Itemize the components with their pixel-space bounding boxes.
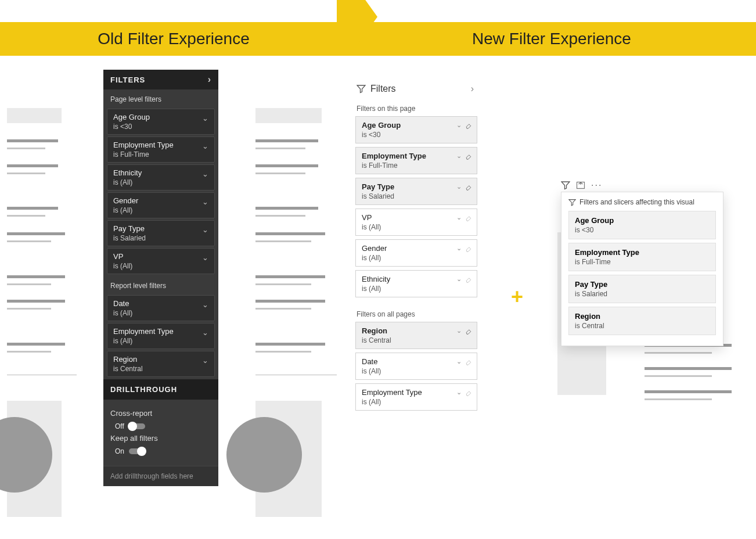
new-filter-card[interactable]: Age Groupis <30⌄: [355, 116, 477, 143]
new-filter-card[interactable]: Regionis Central⌄: [355, 322, 477, 349]
new-filter-card[interactable]: Pay Typeis Salaried⌄: [355, 178, 477, 205]
filter-title: Employment Type: [362, 388, 471, 397]
chevron-down-icon[interactable]: ⌄: [456, 327, 462, 335]
old-filter-card[interactable]: VP is (All) ⌄: [107, 248, 215, 274]
eraser-icon[interactable]: [465, 214, 472, 221]
old-report-filters-label: Report level filters: [103, 276, 218, 293]
old-filter-card[interactable]: Gender is (All) ⌄: [107, 192, 215, 218]
filter-value: is Salaried: [575, 290, 710, 298]
old-filter-card[interactable]: Age Group is <30 ⌄: [107, 109, 215, 135]
filter-title: Region: [113, 355, 208, 364]
new-filter-card[interactable]: Employment Typeis (All)⌄: [355, 383, 477, 411]
filter-value: is Central: [362, 336, 471, 344]
placeholder: [645, 390, 732, 393]
chevron-down-icon[interactable]: ⌄: [456, 245, 462, 252]
old-filter-card[interactable]: Pay Type is Salaried ⌄: [107, 220, 215, 246]
placeholder: [7, 173, 45, 174]
placeholder: [255, 375, 337, 375]
cross-report-label: Cross-report: [110, 409, 211, 418]
filter-title: Gender: [113, 196, 208, 205]
banner-old-title: Old Filter Experience: [0, 30, 347, 48]
new-filter-card[interactable]: Employment Typeis Full-Time⌄: [355, 147, 477, 174]
funnel-icon: [357, 84, 366, 94]
chevron-down-icon: ⌄: [202, 170, 208, 178]
old-filter-card[interactable]: Employment Type is (All) ⌄: [107, 323, 215, 349]
cross-report-toggle[interactable]: Off: [115, 422, 211, 430]
filter-title: Pay Type: [575, 280, 710, 289]
placeholder: [7, 139, 58, 142]
placeholder: [255, 351, 311, 353]
placeholder: [645, 375, 712, 377]
eraser-icon[interactable]: [465, 276, 472, 283]
eraser-icon[interactable]: [465, 328, 472, 335]
new-all-pages-label: Filters on all pages: [357, 310, 477, 318]
eraser-icon[interactable]: [465, 184, 472, 191]
drillthrough-header[interactable]: DRILLTHROUGH: [103, 379, 218, 400]
new-filter-card[interactable]: Dateis (All)⌄: [355, 353, 477, 380]
focus-mode-icon[interactable]: [576, 181, 585, 190]
eraser-icon[interactable]: [465, 122, 472, 129]
eraser-icon[interactable]: [465, 245, 472, 252]
chevron-down-icon[interactable]: ⌄: [456, 152, 462, 160]
placeholder: [7, 283, 51, 285]
tooltip-filter-card: Regionis Central: [568, 307, 716, 335]
filter-value: is Central: [575, 322, 710, 330]
placeholder: [255, 308, 311, 310]
new-filter-card[interactable]: Genderis (All)⌄: [355, 239, 477, 267]
placeholder: [7, 343, 65, 346]
keep-filters-label: Keep all filters: [110, 434, 211, 443]
new-filter-card[interactable]: Ethnicityis (All)⌄: [355, 270, 477, 297]
chevron-down-icon[interactable]: ⌄: [456, 358, 462, 365]
filter-value: is (All): [113, 262, 208, 270]
new-filter-card[interactable]: VPis (All)⌄: [355, 209, 477, 236]
toggle-state: On: [115, 447, 124, 455]
add-drillthrough-fields[interactable]: Add drillthrough fields here: [103, 466, 218, 486]
filter-value: is Salaried: [362, 192, 471, 200]
chevron-down-icon[interactable]: ⌄: [456, 389, 462, 396]
filter-value: is Central: [113, 365, 208, 373]
tooltip-filter-card: Employment Typeis Full-Time: [568, 243, 716, 271]
filter-title: Employment Type: [362, 152, 471, 160]
filter-value: is Full-Time: [575, 258, 710, 266]
old-filter-card[interactable]: Employment Type is Full-Time ⌄: [107, 136, 215, 163]
placeholder: [7, 275, 65, 278]
more-options-icon[interactable]: ···: [591, 180, 602, 191]
filter-value: is (All): [362, 398, 471, 406]
chevron-down-icon: ⌄: [202, 356, 208, 365]
funnel-icon[interactable]: [561, 181, 570, 190]
old-filter-card[interactable]: Date is (All) ⌄: [107, 295, 215, 321]
placeholder: [7, 375, 77, 375]
new-filters-header[interactable]: Filters ›: [355, 81, 477, 100]
old-filter-card[interactable]: Ethnicity is (All) ⌄: [107, 164, 215, 191]
placeholder: [255, 215, 305, 217]
chevron-down-icon: ⌄: [202, 114, 208, 123]
filter-title: VP: [113, 252, 208, 261]
old-filters-header[interactable]: FILTERS ›: [103, 70, 218, 89]
comparison-banner: Old Filter Experience New Filter Experie…: [0, 22, 756, 56]
chevron-down-icon[interactable]: ⌄: [456, 214, 462, 221]
eraser-icon[interactable]: [465, 153, 472, 160]
chevron-down-icon[interactable]: ⌄: [456, 275, 462, 283]
filter-title: Age Group: [113, 113, 208, 121]
filter-value: is (All): [113, 309, 208, 317]
placeholder: [7, 351, 51, 353]
chevron-down-icon[interactable]: ⌄: [456, 183, 462, 191]
banner-new-title: New Filter Experience: [347, 30, 756, 48]
placeholder: [255, 173, 305, 174]
keep-filters-toggle[interactable]: On: [115, 447, 211, 455]
tooltip-header: Filters and slicers affecting this visua…: [568, 198, 716, 206]
eraser-icon[interactable]: [465, 358, 472, 365]
placeholder: [7, 108, 62, 123]
tooltip-title: Filters and slicers affecting this visua…: [579, 198, 694, 206]
new-filters-title: Filters: [370, 84, 396, 94]
chevron-down-icon[interactable]: ⌄: [456, 121, 462, 129]
filter-value: is (All): [362, 285, 471, 293]
eraser-icon[interactable]: [465, 389, 472, 396]
old-filter-card[interactable]: Region is Central ⌄: [107, 351, 215, 377]
toggle-icon: [129, 448, 145, 454]
tooltip-filter-card: Age Groupis <30: [568, 211, 716, 239]
chevron-down-icon: ⌄: [202, 197, 208, 206]
placeholder: [7, 215, 45, 217]
filter-title: Employment Type: [113, 141, 208, 149]
placeholder: [7, 232, 65, 235]
